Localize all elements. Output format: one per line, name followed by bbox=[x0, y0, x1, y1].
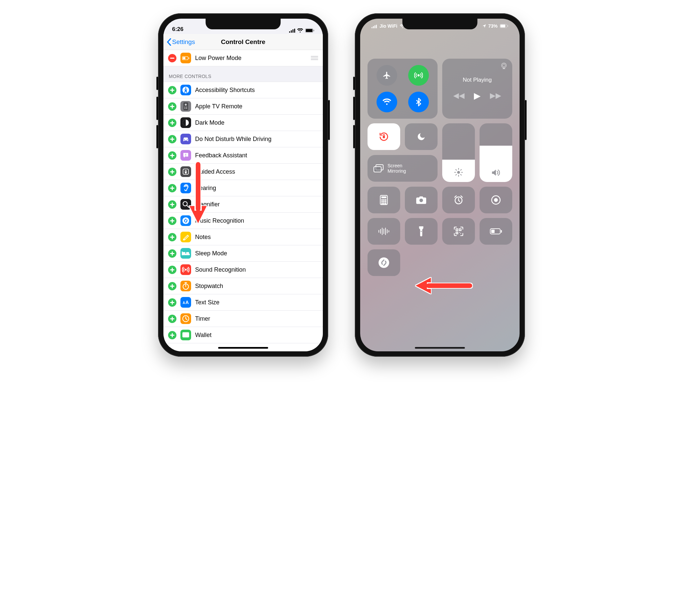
svg-rect-129 bbox=[426, 283, 472, 288]
alarm-button[interactable] bbox=[442, 187, 475, 213]
control-label: Notes bbox=[195, 234, 211, 241]
svg-rect-51 bbox=[170, 253, 174, 254]
connectivity-module[interactable] bbox=[367, 59, 437, 119]
svg-rect-66 bbox=[170, 302, 174, 303]
drag-handle[interactable] bbox=[311, 56, 318, 60]
svg-rect-3 bbox=[294, 29, 295, 33]
screen-mirroring-button[interactable]: Screen Mirroring bbox=[367, 155, 437, 182]
battery-icon bbox=[305, 28, 314, 33]
media-play[interactable]: ▶ bbox=[474, 91, 481, 101]
bluetooth-toggle[interactable] bbox=[408, 92, 429, 112]
dnd-toggle[interactable] bbox=[405, 123, 437, 150]
svg-rect-96 bbox=[374, 167, 381, 172]
screen-mirroring-label: Screen Mirroring bbox=[387, 163, 406, 174]
add-button[interactable] bbox=[168, 249, 176, 258]
control-label: Sleep Mode bbox=[195, 250, 227, 257]
control-row: Dark Mode bbox=[164, 115, 323, 131]
add-button[interactable] bbox=[168, 217, 176, 225]
control-row: Low Power Mode bbox=[164, 50, 323, 66]
svg-rect-54 bbox=[186, 252, 189, 254]
add-button[interactable] bbox=[168, 266, 176, 274]
svg-rect-31 bbox=[170, 155, 174, 156]
svg-rect-127 bbox=[491, 230, 495, 233]
screen-record-button[interactable] bbox=[479, 187, 512, 213]
svg-rect-124 bbox=[460, 233, 461, 234]
battery-icon bbox=[180, 53, 191, 63]
voice-memo-button[interactable] bbox=[367, 218, 400, 245]
svg-rect-122 bbox=[456, 232, 458, 234]
svg-line-93 bbox=[456, 174, 456, 175]
home-indicator[interactable] bbox=[415, 347, 465, 349]
svg-point-84 bbox=[503, 64, 505, 67]
control-label: Sound Recognition bbox=[195, 266, 246, 273]
svg-point-104 bbox=[385, 201, 386, 202]
svg-point-103 bbox=[384, 201, 385, 202]
svg-point-108 bbox=[420, 199, 423, 202]
airplay-icon[interactable] bbox=[500, 63, 508, 69]
control-row: Sound Recognition bbox=[164, 262, 323, 278]
add-button[interactable] bbox=[168, 168, 176, 176]
cc-battery-pct: 73% bbox=[488, 23, 497, 29]
car-icon bbox=[180, 134, 191, 144]
add-button[interactable] bbox=[168, 315, 176, 323]
bed-icon bbox=[180, 248, 191, 259]
qr-scan-button[interactable] bbox=[442, 218, 475, 245]
add-button[interactable] bbox=[168, 233, 176, 241]
svg-rect-123 bbox=[459, 232, 460, 233]
svg-point-83 bbox=[501, 63, 507, 68]
orientation-lock-toggle[interactable] bbox=[367, 123, 400, 150]
airplane-toggle[interactable] bbox=[377, 65, 397, 86]
control-label: Timer bbox=[195, 315, 210, 322]
add-button[interactable] bbox=[168, 119, 176, 127]
add-button[interactable] bbox=[168, 86, 176, 94]
svg-rect-7 bbox=[170, 58, 174, 59]
svg-rect-75 bbox=[371, 27, 372, 28]
camera-button[interactable] bbox=[405, 187, 437, 213]
control-label: Apple TV Remote bbox=[195, 103, 242, 110]
svg-rect-17 bbox=[184, 102, 188, 110]
low-power-button[interactable] bbox=[479, 218, 512, 245]
control-row: Accessibility Shortcuts bbox=[164, 82, 323, 98]
phone-left: 6:26 Settings Control Centre Low Power M… bbox=[158, 13, 328, 357]
flashlight-button[interactable] bbox=[405, 218, 437, 245]
svg-rect-33 bbox=[186, 156, 186, 156]
darkmode-icon bbox=[180, 117, 191, 128]
back-button[interactable]: Settings bbox=[164, 38, 195, 46]
accessibility-icon bbox=[180, 85, 191, 95]
media-module[interactable]: Not Playing ◀◀ ▶ ▶▶ bbox=[442, 59, 512, 119]
volume-icon bbox=[491, 169, 500, 177]
calculator-button[interactable] bbox=[367, 187, 400, 213]
add-button[interactable] bbox=[168, 282, 176, 290]
svg-rect-41 bbox=[170, 204, 174, 205]
svg-rect-21 bbox=[185, 108, 186, 109]
wifi-toggle[interactable] bbox=[377, 92, 397, 112]
add-button[interactable] bbox=[168, 151, 176, 160]
svg-rect-9 bbox=[183, 57, 185, 59]
home-indicator[interactable] bbox=[218, 347, 268, 349]
svg-rect-5 bbox=[306, 29, 313, 32]
svg-point-99 bbox=[382, 200, 383, 201]
svg-rect-0 bbox=[289, 31, 290, 33]
svg-rect-71 bbox=[170, 335, 174, 336]
svg-rect-52 bbox=[182, 254, 190, 255]
shazam-button[interactable] bbox=[367, 249, 400, 276]
svg-rect-27 bbox=[170, 139, 174, 140]
add-button[interactable] bbox=[168, 135, 176, 143]
add-button[interactable] bbox=[168, 331, 176, 339]
control-label: Low Power Mode bbox=[195, 55, 241, 62]
svg-rect-48 bbox=[170, 237, 174, 238]
add-button[interactable] bbox=[168, 184, 176, 192]
media-next[interactable]: ▶▶ bbox=[490, 91, 501, 100]
svg-rect-39 bbox=[170, 188, 174, 189]
volume-slider[interactable] bbox=[479, 123, 512, 182]
media-prev[interactable]: ◀◀ bbox=[453, 91, 465, 100]
svg-point-28 bbox=[184, 139, 185, 140]
brightness-slider[interactable] bbox=[442, 123, 475, 182]
cellular-toggle[interactable] bbox=[408, 65, 429, 86]
add-button[interactable] bbox=[168, 102, 176, 111]
status-indicators bbox=[289, 28, 314, 33]
control-row: Feedback Assistant bbox=[164, 147, 323, 164]
add-button[interactable] bbox=[168, 298, 176, 307]
remove-button[interactable] bbox=[168, 54, 176, 62]
add-button[interactable] bbox=[168, 200, 176, 209]
